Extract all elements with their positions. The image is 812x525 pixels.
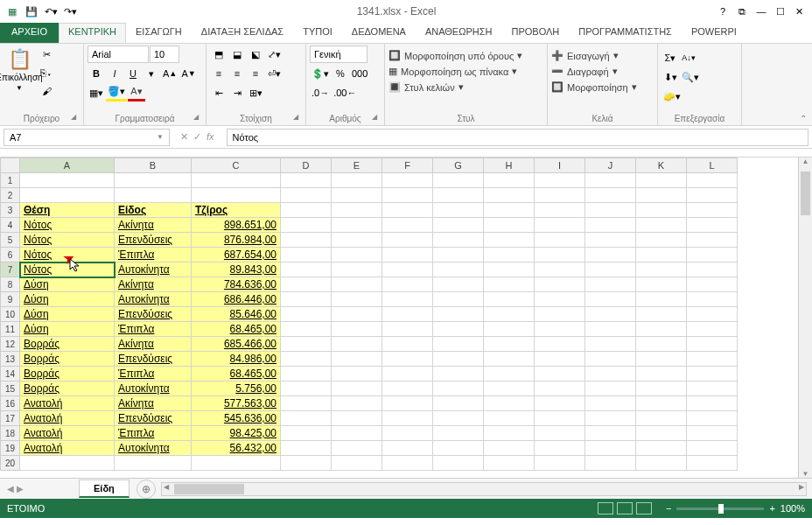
cell[interactable] <box>585 456 636 471</box>
cell[interactable] <box>687 248 738 262</box>
view-break-icon[interactable] <box>636 502 652 514</box>
cell[interactable] <box>382 382 433 396</box>
cell[interactable] <box>281 188 332 203</box>
number-launcher[interactable]: ◢ <box>372 113 382 123</box>
decrease-decimal-icon[interactable]: .00← <box>332 84 358 102</box>
cell[interactable] <box>332 277 382 292</box>
cell[interactable] <box>192 173 281 188</box>
sheet-nav[interactable]: ◀ ▶ <box>0 484 79 494</box>
cell[interactable] <box>585 262 636 277</box>
cell[interactable]: Αυτοκίνητα <box>115 382 192 396</box>
tab-view[interactable]: ΠΡΟΒΟΛΗ <box>501 23 569 43</box>
cell[interactable] <box>636 233 687 248</box>
cell[interactable] <box>687 426 738 441</box>
row-header[interactable]: 8 <box>1 277 20 292</box>
cell[interactable] <box>433 352 484 367</box>
align-bottom-icon[interactable]: ⬕ <box>247 46 264 63</box>
cell[interactable] <box>332 307 382 322</box>
thousand-sep-icon[interactable]: 000 <box>350 65 369 82</box>
cell[interactable] <box>281 307 332 322</box>
cell[interactable] <box>433 441 484 456</box>
cell[interactable] <box>382 292 433 307</box>
cut-icon[interactable]: ✂ <box>38 46 55 63</box>
cell[interactable] <box>281 262 332 277</box>
cell[interactable]: Ανατολή <box>20 426 115 441</box>
cell[interactable]: Επενδύσεις <box>115 233 192 248</box>
cell[interactable] <box>382 307 433 322</box>
cell[interactable] <box>433 322 484 337</box>
cell[interactable] <box>332 441 382 456</box>
format-as-table-button[interactable]: ▦Μορφοποίηση ως πίνακα▾ <box>388 65 543 78</box>
cell[interactable] <box>332 262 382 277</box>
cell[interactable] <box>535 382 585 396</box>
cell[interactable] <box>115 188 192 203</box>
cancel-formula-icon[interactable]: ✕ <box>180 131 188 143</box>
clipboard-launcher[interactable]: ◢ <box>71 113 81 123</box>
cell[interactable] <box>281 337 332 352</box>
view-normal-icon[interactable] <box>598 502 613 514</box>
row-header[interactable]: 3 <box>1 203 20 218</box>
cell[interactable] <box>382 352 433 367</box>
excel-icon[interactable]: ▦ <box>4 3 21 20</box>
sheet-grid[interactable]: ABCDEFGHIJKL123ΘέσηΕίδοςΤζίρος4ΝότοςΑκίν… <box>0 158 798 478</box>
cell[interactable] <box>636 277 687 292</box>
cell[interactable] <box>687 262 738 277</box>
align-left-icon[interactable]: ≡ <box>210 65 228 82</box>
cell[interactable]: Νότος <box>20 218 115 233</box>
cell[interactable] <box>484 203 535 218</box>
cell[interactable]: 545.636,00 <box>192 411 281 426</box>
cell[interactable] <box>687 411 738 426</box>
cell[interactable] <box>636 441 687 456</box>
cell[interactable] <box>535 233 585 248</box>
align-launcher[interactable]: ◢ <box>293 113 304 123</box>
cell[interactable] <box>433 188 484 203</box>
cell[interactable] <box>687 307 738 322</box>
cell[interactable] <box>535 277 585 292</box>
cell[interactable] <box>585 173 636 188</box>
cell[interactable] <box>192 456 281 471</box>
cell[interactable] <box>687 203 738 218</box>
cell[interactable] <box>433 248 484 262</box>
cell[interactable] <box>535 396 585 411</box>
sort-filter-icon[interactable]: A↓▾ <box>680 49 697 66</box>
percent-icon[interactable]: % <box>332 65 349 82</box>
cell[interactable] <box>382 188 433 203</box>
cell[interactable]: Αυτοκίνητα <box>115 441 192 456</box>
tab-layout[interactable]: ΔΙΑΤΑΞΗ ΣΕΛΙΔΑΣ <box>192 23 293 43</box>
cell[interactable]: Ανατολή <box>20 396 115 411</box>
cell[interactable]: Επενδύσεις <box>115 411 192 426</box>
cell[interactable] <box>585 322 636 337</box>
cell[interactable] <box>433 277 484 292</box>
row-header[interactable]: 18 <box>1 426 20 441</box>
cell[interactable] <box>433 367 484 382</box>
underline-button[interactable]: U <box>124 65 142 82</box>
restore-icon[interactable]: ☐ <box>772 3 789 20</box>
cell[interactable] <box>585 352 636 367</box>
cell[interactable] <box>332 203 382 218</box>
col-header[interactable]: J <box>585 158 636 173</box>
cell[interactable] <box>281 248 332 262</box>
formula-input[interactable]: Νότος <box>227 129 808 146</box>
cell[interactable] <box>535 426 585 441</box>
cell[interactable]: 68.465,00 <box>192 322 281 337</box>
cell[interactable] <box>382 218 433 233</box>
orientation-icon[interactable]: ⤢▾ <box>265 46 283 63</box>
col-header[interactable]: C <box>192 158 281 173</box>
number-format-combo[interactable] <box>310 46 368 63</box>
cell[interactable] <box>20 173 115 188</box>
cell[interactable]: Ακίνητα <box>115 337 192 352</box>
cell[interactable] <box>535 307 585 322</box>
fill-color-icon[interactable]: 🪣▾ <box>106 84 127 102</box>
cell[interactable] <box>433 262 484 277</box>
cell[interactable] <box>585 396 636 411</box>
cell[interactable] <box>433 233 484 248</box>
cell[interactable] <box>687 188 738 203</box>
cells-delete-button[interactable]: ➖Διαγραφή▾ <box>551 65 654 78</box>
cell[interactable] <box>281 441 332 456</box>
cell[interactable] <box>636 367 687 382</box>
italic-button[interactable]: I <box>106 65 123 82</box>
cell[interactable] <box>636 411 687 426</box>
cell[interactable]: Βορράς <box>20 367 115 382</box>
row-header[interactable]: 17 <box>1 411 20 426</box>
col-header[interactable]: E <box>332 158 382 173</box>
